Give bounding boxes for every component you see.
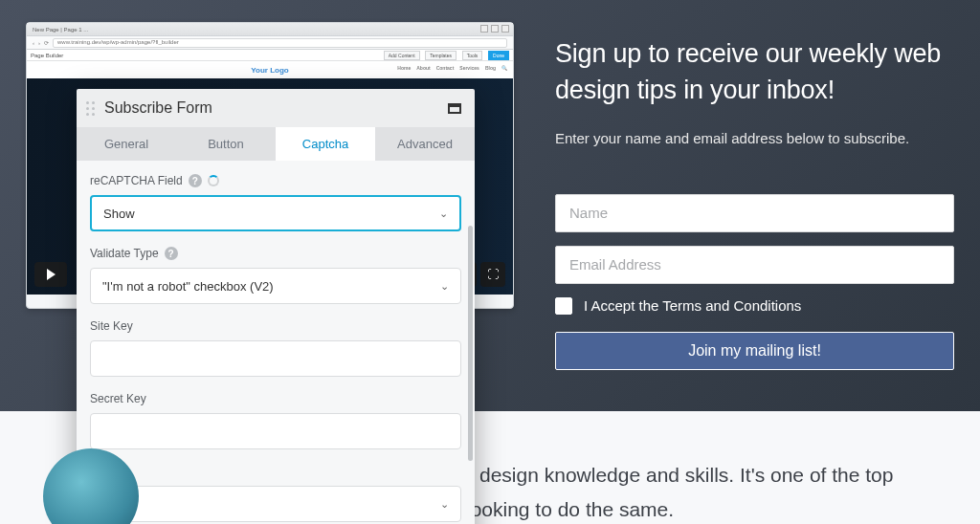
site-key-label-text: Site Key [90, 319, 133, 333]
minimize-icon[interactable] [480, 25, 488, 33]
secret-key-input[interactable] [90, 413, 461, 449]
pb-templates[interactable]: Templates [425, 51, 457, 60]
window-controls [480, 25, 509, 33]
chevron-down-icon: ⌄ [439, 207, 448, 220]
page-builder-bar: Page Builder Add Content Templates Tools… [27, 50, 513, 61]
fullscreen-icon[interactable]: ⛶ [480, 262, 505, 287]
nav-home[interactable]: Home [397, 65, 411, 71]
browser-tab-title: New Page | Page 1 ... [33, 27, 88, 33]
browser-tabbar: New Page | Page 1 ... [27, 23, 513, 36]
tab-general[interactable]: General [77, 127, 176, 161]
terms-row: I Accept the Terms and Conditions [555, 297, 957, 315]
expand-icon[interactable] [448, 103, 461, 114]
help-icon[interactable]: ? [165, 247, 178, 260]
signup-block: Sign up to receive our weekly web design… [555, 36, 957, 370]
pb-done[interactable]: Done [488, 51, 509, 60]
help-icon[interactable]: ? [189, 174, 202, 187]
page-builder-actions: Add Content Templates Tools Done [380, 53, 509, 58]
loading-spinner-icon [208, 175, 219, 186]
email-input[interactable] [555, 246, 954, 284]
scrollbar-thumb[interactable] [468, 226, 473, 461]
recaptcha-field-label: reCAPTCHA Field ? [90, 174, 461, 187]
secret-key-label: Secret Key [90, 392, 461, 405]
play-icon[interactable] [34, 262, 67, 287]
browser-addressbar: ‹ › ⟳ www.training.dev/wp/wp-admin/page/… [27, 36, 513, 50]
modal-panel: reCAPTCHA Field ? Show ⌄ Validate Type ?… [77, 161, 475, 524]
drag-handle-icon[interactable] [86, 101, 95, 116]
url-field[interactable]: www.training.dev/wp/wp-admin/page/?fl_bu… [53, 38, 507, 48]
maximize-icon[interactable] [491, 25, 499, 33]
nav-contact[interactable]: Contact [436, 65, 455, 71]
validate-type-label: Validate Type ? [90, 247, 461, 260]
nav-services[interactable]: Services [459, 65, 479, 71]
tab-captcha[interactable]: Captcha [276, 127, 375, 161]
signup-subtitle: Enter your name and email address below … [555, 130, 957, 146]
pb-add-content[interactable]: Add Content [384, 51, 420, 60]
recaptcha-field-value: Show [103, 207, 135, 221]
site-header: Your Logo Home About Contact Services Bl… [27, 61, 513, 78]
modal-tabs: General Button Captcha Advanced [77, 127, 475, 161]
name-input[interactable] [555, 194, 954, 232]
chevron-down-icon: ⌄ [440, 498, 449, 511]
reload-icon[interactable]: ⟳ [44, 39, 49, 46]
pb-tools[interactable]: Tools [462, 51, 483, 60]
secret-key-label-text: Secret Key [90, 392, 146, 405]
site-logo: Your Logo [251, 66, 288, 75]
site-key-label: Site Key [90, 319, 461, 333]
forward-icon[interactable]: › [38, 40, 40, 46]
page-builder-label: Page Builder [31, 53, 63, 58]
nav-about[interactable]: About [416, 65, 430, 71]
tab-button[interactable]: Button [176, 127, 276, 161]
close-icon[interactable] [501, 25, 509, 33]
site-key-input[interactable] [90, 340, 461, 377]
join-button[interactable]: Join my mailing list! [555, 332, 954, 370]
theme-select[interactable]: Light ⌄ [90, 486, 461, 522]
validate-label-text: Validate Type [90, 247, 159, 260]
back-icon[interactable]: ‹ [33, 40, 34, 46]
validate-type-value: "I'm not a robot" checkbox (V2) [102, 279, 274, 294]
terms-label: I Accept the Terms and Conditions [584, 297, 801, 314]
chevron-down-icon: ⌄ [440, 280, 449, 293]
validate-type-select[interactable]: "I'm not a robot" checkbox (V2) ⌄ [90, 268, 461, 304]
tab-advanced[interactable]: Advanced [375, 127, 475, 161]
site-nav: Home About Contact Services Blog 🔍 [397, 65, 507, 71]
modal-header: Subscribe Form [77, 89, 475, 127]
signup-heading: Sign up to receive our weekly web design… [555, 36, 957, 109]
theme-label: Theme [90, 465, 461, 478]
recaptcha-label-text: reCAPTCHA Field [90, 174, 183, 187]
subscribe-form-modal: Subscribe Form General Button Captcha Ad… [77, 89, 475, 524]
recaptcha-field-select[interactable]: Show ⌄ [90, 195, 461, 231]
modal-title: Subscribe Form [104, 99, 448, 117]
terms-checkbox[interactable] [555, 297, 572, 315]
search-icon[interactable]: 🔍 [501, 65, 507, 71]
nav-blog[interactable]: Blog [485, 65, 496, 71]
